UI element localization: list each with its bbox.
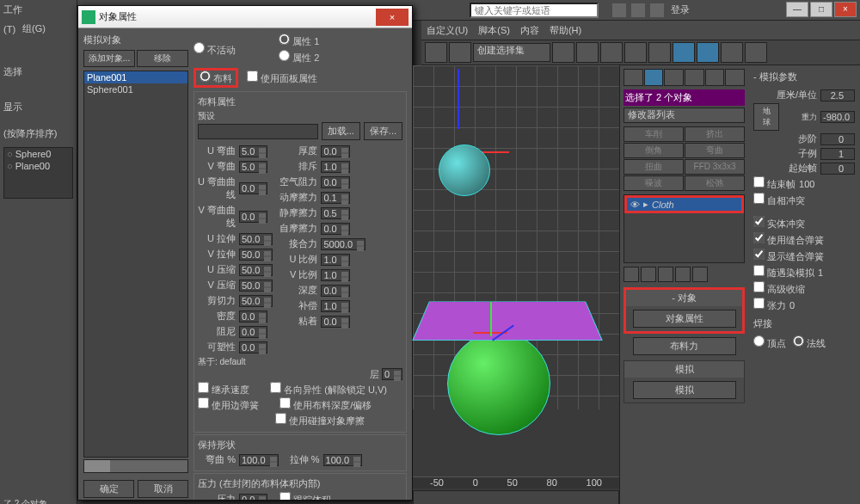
cmunit-input[interactable]: 2.5 [820,89,855,101]
param-input[interactable]: 0.0 [321,145,349,157]
param-input[interactable]: 50.0 [239,233,273,245]
config-icon[interactable] [692,267,708,282]
sphere-wireframe[interactable] [439,144,490,196]
tool-e[interactable] [648,42,671,63]
dialog-titlebar[interactable]: 对象属性 × [78,6,412,28]
connect-icon[interactable] [612,3,626,17]
param-input[interactable]: 1.0 [321,300,349,312]
param-input[interactable]: 0.0 [321,223,349,235]
menu-custom[interactable]: 自定义(U) [427,24,468,37]
modlist-dropdown[interactable]: 修改器列表 [624,108,745,123]
list-item[interactable]: Sphere001 [84,83,187,95]
tab-create[interactable] [624,69,643,86]
min-icon[interactable]: — [786,2,808,17]
param-input[interactable]: 0.0 [321,285,349,297]
login-link[interactable]: 登录 [671,3,690,16]
param-input[interactable]: 50.0 [239,295,273,307]
chk-inherit[interactable]: 继承速度 [198,382,249,396]
param-input[interactable]: 0.0 [239,310,267,323]
mod-button[interactable]: 弯曲 [685,143,745,158]
radio-prop2[interactable]: 属性 2 [279,50,319,65]
transform-gizmo[interactable] [464,306,516,358]
tab-motion[interactable] [685,69,704,86]
tool-f[interactable] [721,42,743,63]
param-input[interactable]: 5000.0 [321,238,366,250]
ok-button[interactable]: 确定 [83,480,134,498]
eye-icon[interactable]: 👁 [630,200,640,210]
param-input[interactable]: 5.0 [239,161,267,173]
menu-help[interactable]: 帮助(H) [550,24,581,37]
menu-t[interactable]: (T) [3,24,15,34]
param-input[interactable]: 1.0 [321,254,349,266]
param-input[interactable]: 1.0 [321,269,349,281]
param-input[interactable]: 0.1 [321,192,349,204]
step-input[interactable]: 0 [820,133,855,145]
start-input[interactable]: 0 [820,163,855,175]
param-input[interactable]: 0.0 [239,326,267,338]
tab-modify[interactable] [644,69,664,86]
add-obj-button[interactable]: 添加对象... [83,50,135,67]
tool-render1[interactable] [673,42,695,63]
star-icon[interactable] [631,3,645,17]
chk-showspring[interactable]: 显示缝合弹簧 [753,249,824,263]
chk-aniso[interactable]: 各向异性 (解除锁定 U,V) [270,382,387,396]
sub-input[interactable]: 1 [820,148,855,160]
viewport[interactable]: -5005080100 栅格 = 254.0mm [413,65,619,495]
menu-content[interactable]: 内容 [520,24,539,37]
clothforce-button[interactable]: 布料力 [633,337,736,355]
tool-b[interactable] [576,42,599,63]
list-item[interactable]: Sphere0 [4,148,72,160]
param-input[interactable]: 0.0 [239,341,267,353]
param-input[interactable]: 0.0 [321,316,349,328]
cancel-button[interactable]: 取消 [138,480,188,498]
pin-icon[interactable] [624,267,639,282]
random-input[interactable]: 1 [818,267,823,278]
mod-button[interactable]: 噪波 [624,175,684,191]
sel-btn[interactable]: 选择 [0,64,77,80]
radio-prop1[interactable]: 属性 1 [279,34,319,48]
tab-hierarchy[interactable] [664,69,684,86]
chk-random[interactable]: 随遇染模拟 [753,265,814,280]
selset-dropdown[interactable]: 创建选择集 [473,43,550,62]
trash-icon[interactable] [675,267,691,282]
tool-d[interactable] [624,42,647,63]
earth-button[interactable]: 地球 [753,103,779,131]
mod-button[interactable]: 挤出 [685,126,745,142]
param-input[interactable]: 0.0 [239,211,267,223]
chk-selfcol[interactable]: 自相冲突 [753,193,805,207]
param-input[interactable]: 50.0 [239,249,273,261]
tool-undo[interactable] [425,42,447,63]
stack-cloth[interactable]: 👁 ▸ Cloth [624,195,744,213]
radio-vertex[interactable]: 顶点 [753,335,786,350]
mod-button[interactable]: 扭曲 [624,159,684,175]
chk-endframe[interactable]: 结束帧 [753,176,796,191]
list-item[interactable]: Plane00 [4,160,72,172]
param-input[interactable]: 0.5 [321,207,349,219]
objprop-button[interactable]: 对象属性 [633,310,736,328]
mod-button[interactable]: 倒角 [624,143,684,158]
max-icon[interactable]: □ [810,2,832,17]
scroll-thumb[interactable] [84,460,110,472]
chk-usepanel[interactable]: 使用面板属性 [247,71,317,85]
chk-edgespring[interactable]: 使用边弹簧 [198,397,259,412]
search-input[interactable] [470,3,599,18]
close-icon[interactable]: × [834,2,857,17]
chk-tension[interactable]: 张力 [753,298,786,312]
param-input[interactable]: 5.0 [239,145,267,157]
param-input[interactable]: 0.0 [239,182,267,194]
time-slider[interactable] [413,490,619,504]
scene-list[interactable]: Sphere0 Plane00 [3,147,73,199]
tool-redo[interactable] [449,42,471,63]
show-icon[interactable] [658,267,673,282]
end-input[interactable]: 100 [799,179,814,189]
param-input[interactable]: 0.0 [321,176,349,188]
grav-input[interactable]: -980.0 [820,111,855,123]
list-item[interactable]: Plane001 [84,71,187,83]
tool-g[interactable] [745,42,767,63]
save-button[interactable]: 保存... [364,122,402,140]
tab-utility[interactable] [725,69,745,86]
mod-button[interactable]: 松弛 [685,175,745,191]
tool-c[interactable] [600,42,623,63]
preset-dropdown[interactable] [198,124,318,139]
tension-input[interactable]: 0 [789,300,795,310]
